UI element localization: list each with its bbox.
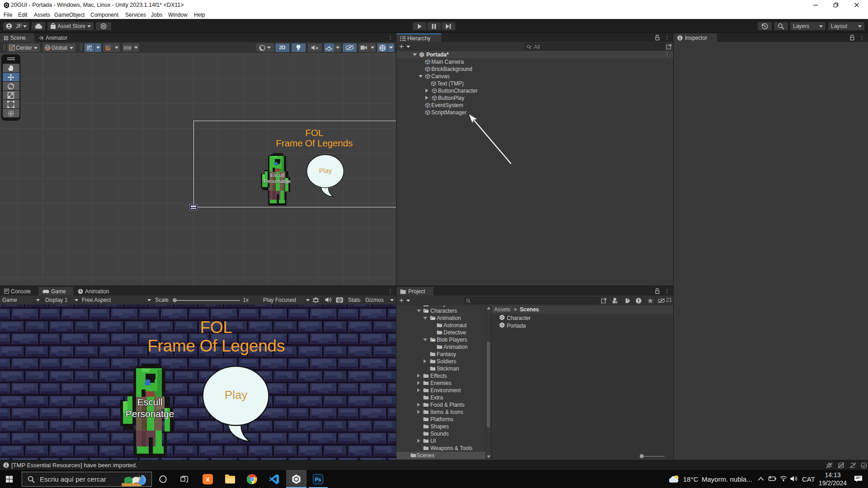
svg-text:X: X xyxy=(206,476,210,483)
svg-text:Ps: Ps xyxy=(315,477,321,482)
svg-text:Y: Y xyxy=(90,48,92,52)
